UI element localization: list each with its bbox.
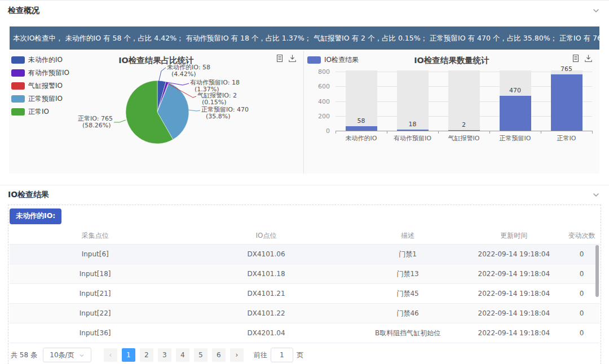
- axis-tick: [541, 131, 541, 134]
- table-cell: 2022-09-14 19:18:04: [464, 270, 564, 278]
- bar-value-label: 470: [498, 87, 532, 94]
- table-cell: 0: [564, 309, 599, 317]
- table-cell: 2022-09-14 19:18:04: [464, 309, 564, 317]
- table-row[interactable]: Input[6]DX4101.06门禁12022-09-14 19:18:040: [10, 245, 599, 264]
- pie-label: 有动作预留IO: 18(1.37%): [190, 79, 240, 93]
- pie-label: 未动作的IO: 58(4.42%): [167, 64, 210, 78]
- table-scrollbar[interactable]: [595, 245, 599, 297]
- table-header-row: 采集点位IO点位描述更新时间变动次数: [10, 228, 599, 245]
- axis-tick: [592, 131, 593, 134]
- chevron-down-icon[interactable]: [592, 7, 600, 15]
- table-cell: 0: [564, 250, 599, 258]
- y-axis-tick-label: 200: [305, 113, 330, 120]
- table-cell: DX4101.21: [180, 290, 351, 298]
- bar-chart[interactable]: 020040060080058未动作的IO18有动作预留IO2气缸报警IO470…: [304, 51, 599, 174]
- bar-value-label: 58: [345, 117, 378, 125]
- pagination: 共 58 条 10条/页 ‹ 123456 › 前往 页: [10, 343, 599, 364]
- bar-value-label: 765: [550, 65, 584, 73]
- table-row[interactable]: Input[36]DX4201.04B取料阻挡气缸初始位2022-09-14 1…: [10, 323, 599, 343]
- results-section: IO检查结果 未动作的IO: 采集点位IO点位描述更新时间变动次数 Input[…: [0, 185, 609, 364]
- table-cell: 0: [564, 329, 599, 337]
- pie-label: 正常预留IO: 470(35.8%): [201, 106, 249, 120]
- y-axis-tick-label: 400: [305, 98, 330, 105]
- table-cell: 2022-09-14 19:18:04: [464, 250, 564, 258]
- table-row[interactable]: Input[18]DX4101.18门禁132022-09-14 19:18:0…: [10, 264, 599, 284]
- page-button-1[interactable]: 1: [122, 348, 135, 362]
- page-button-4[interactable]: 4: [176, 348, 189, 362]
- axis-tick: [438, 131, 439, 134]
- bar-value-label: 2: [447, 121, 481, 128]
- y-axis-tick-label: 0: [305, 127, 330, 135]
- table-cell: Input[21]: [10, 290, 180, 298]
- goto-suffix: 页: [297, 350, 303, 360]
- results-section-title: IO检查结果: [8, 190, 49, 200]
- axis-tick: [489, 131, 490, 134]
- x-axis-category-label: 正常预留IO: [490, 134, 541, 143]
- column-header: 描述: [352, 231, 464, 241]
- table-row[interactable]: Input[21]DX4101.21门禁452022-09-14 19:18:0…: [10, 284, 599, 304]
- pie-chart[interactable]: [9, 51, 303, 174]
- x-axis-category-label: 未动作的IO: [336, 134, 387, 143]
- x-axis-line: [336, 131, 593, 131]
- pie-label: 正常IO: 765(58.26%): [78, 116, 113, 129]
- charts-row: 未动作的IO有动作预留IO气缸报警IO正常预留IO正常IO IO检查结果占比统计…: [9, 51, 599, 174]
- table-cell: B取料阻挡气缸初始位: [352, 329, 464, 338]
- column-header: 更新时间: [464, 231, 564, 241]
- column-header: 采集点位: [10, 231, 180, 241]
- table-cell: 0: [564, 290, 599, 298]
- bar-value-label: 18: [396, 121, 430, 128]
- x-axis-category-label: 正常IO: [541, 134, 592, 143]
- page-size-select[interactable]: 10条/页: [43, 348, 91, 362]
- prev-page-button[interactable]: ‹: [104, 348, 117, 362]
- table-cell: DX4101.18: [180, 270, 351, 278]
- page-button-2[interactable]: 2: [140, 348, 153, 362]
- next-page-button[interactable]: ›: [230, 348, 244, 362]
- table-cell: DX4101.22: [180, 309, 351, 317]
- pagination-total: 共 58 条: [11, 350, 37, 360]
- y-axis-tick-label: 800: [305, 68, 330, 76]
- table-cell: DX4101.06: [180, 250, 351, 258]
- bar[interactable]: [346, 126, 377, 131]
- table-cell: Input[36]: [10, 329, 180, 337]
- results-section-header[interactable]: IO检查结果: [0, 185, 609, 205]
- overview-section-title: 检查概况: [8, 6, 39, 16]
- table-cell: DX4201.04: [180, 329, 351, 337]
- category-badge: 未动作的IO:: [10, 208, 61, 224]
- table-cell: 2022-09-14 19:18:04: [464, 329, 564, 337]
- axis-tick: [336, 131, 336, 134]
- overview-section-header[interactable]: 检查概况: [0, 1, 609, 21]
- table-cell: 门禁1: [352, 250, 464, 259]
- chevron-down-icon: [79, 353, 85, 358]
- pie-chart-panel: 未动作的IO有动作预留IO气缸报警IO正常预留IO正常IO IO检查结果占比统计…: [9, 51, 303, 174]
- pie-label-line: [188, 110, 200, 111]
- pie-label: 气缸报警IO: 2(0.15%): [197, 92, 237, 106]
- chevron-down-icon[interactable]: [592, 191, 600, 199]
- pie-label-line: [114, 120, 126, 122]
- table-row[interactable]: Input[22]DX4101.22门禁462022-09-14 19:18:0…: [10, 304, 599, 323]
- page-button-5[interactable]: 5: [194, 348, 208, 362]
- table-cell: Input[22]: [10, 309, 180, 317]
- summary-banner: 本次IO检查中， 未动作的IO 有 58 个，占比 4.42%； 有动作预留IO…: [10, 26, 599, 50]
- goto-page-input[interactable]: [271, 348, 293, 362]
- io-inspection-dashboard: 检查概况 本次IO检查中， 未动作的IO 有 58 个，占比 4.42%； 有动…: [0, 0, 609, 364]
- table-cell: 0: [564, 270, 599, 278]
- table-cell: 2022-09-14 19:18:04: [464, 290, 564, 298]
- results-table: 采集点位IO点位描述更新时间变动次数 Input[6]DX4101.06门禁12…: [10, 228, 599, 343]
- y-axis-tick-label: 600: [305, 83, 330, 90]
- bar[interactable]: [551, 74, 582, 131]
- table-cell: 门禁13: [352, 269, 464, 279]
- table-cell: 门禁46: [352, 309, 464, 318]
- column-header: 变动次数: [564, 231, 599, 241]
- x-axis-category-label: 气缸报警IO: [439, 134, 489, 143]
- table-cell: 门禁45: [352, 289, 464, 299]
- bar[interactable]: [500, 96, 531, 131]
- axis-tick: [387, 131, 387, 134]
- goto-label: 前往: [254, 350, 267, 360]
- bar-chart-panel: IO检查结果 IO检查结果数量统计 020040060080058未动作的IO1…: [304, 51, 599, 174]
- column-header: IO点位: [180, 231, 351, 241]
- table-cell: Input[18]: [10, 270, 180, 278]
- results-container: 未动作的IO: 采集点位IO点位描述更新时间变动次数 Input[6]DX410…: [8, 205, 601, 364]
- page-button-6[interactable]: 6: [212, 348, 226, 362]
- x-axis-category-label: 有动作预留IO: [387, 134, 438, 143]
- page-button-3[interactable]: 3: [158, 348, 171, 362]
